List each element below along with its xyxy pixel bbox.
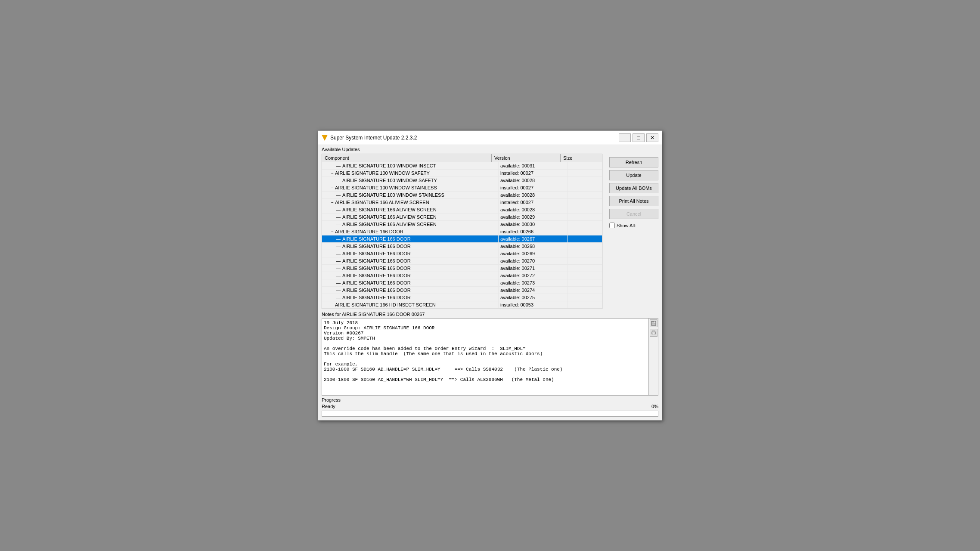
expand-icon[interactable]: −	[330, 229, 335, 234]
progress-bar-container	[322, 411, 658, 417]
table-row[interactable]: —AIRLIE SIGNATURE 166 DOORavailable: 002…	[322, 272, 602, 279]
table-row[interactable]: − AIRLIE SIGNATURE 166 HD INSECT SCREENi…	[322, 301, 602, 309]
cancel-button[interactable]: Cancel	[609, 209, 658, 219]
tree-dash: —	[336, 214, 341, 220]
notes-textarea[interactable]	[322, 319, 648, 395]
title-bar: Super System Internet Update 2.2.3.2 – □…	[318, 131, 662, 145]
table-row[interactable]: —AIRLIE SIGNATURE 166 DOORavailable: 002…	[322, 294, 602, 301]
col-size: Size	[561, 154, 595, 162]
size-cell	[568, 192, 602, 198]
size-cell	[568, 170, 602, 176]
size-cell	[568, 177, 602, 184]
component-name: AIRLIE SIGNATURE 166 DOOR	[342, 266, 411, 271]
component-name: AIRLIE SIGNATURE 166 DOOR	[335, 229, 403, 234]
main-content: Component Version Size − AIRLIE SIGNATUR…	[318, 154, 662, 309]
update-button[interactable]: Update	[609, 170, 658, 180]
component-name: AIRLIE SIGNATURE 100 WINDOW SAFETY	[335, 170, 430, 176]
tree-dash: —	[336, 178, 341, 183]
table-row[interactable]: —AIRLIE SIGNATURE 166 ALIVIEW SCREENavai…	[322, 221, 602, 228]
version-cell: available: 00029	[499, 214, 568, 220]
maximize-button[interactable]: □	[633, 133, 645, 142]
component-name: AIRLIE SIGNATURE 166 DOOR	[342, 244, 411, 249]
version-cell: available: 00273	[499, 279, 568, 286]
tree-dash: —	[336, 222, 341, 227]
table-row[interactable]: —AIRLIE SIGNATURE 166 DOORavailable: 002…	[322, 235, 602, 243]
table-row[interactable]: —AIRLIE SIGNATURE 166 ALIVIEW SCREENavai…	[322, 214, 602, 221]
version-cell: available: 00270	[499, 257, 568, 264]
version-cell: installed: 00027	[499, 199, 568, 206]
size-cell	[568, 287, 602, 294]
title-bar-controls: – □ ✕	[619, 133, 658, 142]
minimize-button[interactable]: –	[619, 133, 631, 142]
progress-label: Progress	[322, 397, 341, 402]
available-updates-label: Available Updates	[318, 145, 662, 154]
tree-dash: —	[336, 280, 341, 285]
left-panel: Component Version Size − AIRLIE SIGNATUR…	[318, 154, 606, 309]
component-name: AIRLIE SIGNATURE 100 WINDOW STAINLESS	[335, 185, 437, 190]
notes-sidebar	[648, 319, 658, 395]
size-cell	[568, 184, 602, 191]
update-all-boms-button[interactable]: Update All BOMs	[609, 183, 658, 193]
table-row[interactable]: —AIRLIE SIGNATURE 166 DOORavailable: 002…	[322, 279, 602, 287]
notes-area-container	[322, 318, 658, 396]
show-all-checkbox[interactable]	[609, 223, 615, 228]
close-button[interactable]: ✕	[646, 133, 658, 142]
tree-dash: —	[336, 163, 341, 168]
version-cell: available: 00269	[499, 250, 568, 257]
version-cell: available: 00274	[499, 287, 568, 294]
expand-icon[interactable]: −	[330, 186, 335, 190]
col-component: Component	[322, 154, 492, 162]
table-row[interactable]: − AIRLIE SIGNATURE 166 ALIVIEW SCREENins…	[322, 199, 602, 206]
expand-icon[interactable]: −	[330, 200, 335, 205]
table-row[interactable]: —AIRLIE SIGNATURE 100 WINDOW INSECTavail…	[322, 162, 602, 170]
size-cell	[568, 250, 602, 257]
version-cell: available: 00271	[499, 265, 568, 272]
show-all-row: Show All:	[609, 223, 658, 228]
size-cell	[568, 257, 602, 264]
notes-save-button[interactable]	[650, 319, 657, 327]
table-row[interactable]: —AIRLIE SIGNATURE 166 DOORavailable: 002…	[322, 243, 602, 250]
table-row[interactable]: —AIRLIE SIGNATURE 100 WINDOW SAFETYavail…	[322, 177, 602, 184]
version-cell: installed: 00027	[499, 170, 568, 176]
expand-icon[interactable]: −	[330, 303, 335, 307]
table-row[interactable]: —AIRLIE SIGNATURE 166 DOORavailable: 002…	[322, 257, 602, 265]
progress-header: Progress	[322, 397, 658, 402]
version-cell: installed: 00053	[499, 301, 568, 308]
notes-section: Notes for AIRLIE SIGNATURE 166 DOOR 0026…	[322, 312, 658, 396]
size-cell	[568, 206, 602, 213]
print-all-notes-button[interactable]: Print All Notes	[609, 196, 658, 206]
version-cell: available: 00028	[499, 206, 568, 213]
table-row[interactable]: —AIRLIE SIGNATURE 166 ALIVIEW SCREENavai…	[322, 206, 602, 214]
right-panel: Refresh Update Update All BOMs Print All…	[606, 154, 662, 309]
refresh-button[interactable]: Refresh	[609, 157, 658, 167]
window-title: Super System Internet Update 2.2.3.2	[330, 135, 616, 141]
notes-label: Notes for AIRLIE SIGNATURE 166 DOOR 0026…	[322, 312, 658, 317]
table-row[interactable]: − AIRLIE SIGNATURE 100 WINDOW STAINLESSi…	[322, 184, 602, 192]
table-row[interactable]: —AIRLIE SIGNATURE 166 DOORavailable: 002…	[322, 265, 602, 272]
progress-status: Ready	[322, 404, 335, 409]
expand-icon[interactable]: −	[330, 171, 335, 176]
tree-dash: —	[336, 288, 341, 293]
component-name: AIRLIE SIGNATURE 166 DOOR	[342, 280, 411, 285]
size-cell	[568, 162, 602, 169]
component-name: AIRLIE SIGNATURE 166 HD INSECT SCREEN	[335, 302, 436, 307]
component-name: AIRLIE SIGNATURE 166 DOOR	[342, 273, 411, 278]
table-body[interactable]: − AIRLIE SIGNATURE 100 WINDOW HD INSECTi…	[322, 162, 602, 309]
notes-print-button[interactable]	[650, 329, 657, 337]
svg-rect-2	[652, 323, 655, 325]
component-name: AIRLIE SIGNATURE 100 WINDOW SAFETY	[342, 178, 437, 183]
size-cell	[568, 294, 602, 301]
table-row[interactable]: − AIRLIE SIGNATURE 100 WINDOW SAFETYinst…	[322, 170, 602, 177]
component-name: AIRLIE SIGNATURE 100 WINDOW INSECT	[342, 163, 436, 168]
table-row[interactable]: − AIRLIE SIGNATURE 166 DOORinstalled: 00…	[322, 228, 602, 235]
table-row[interactable]: —AIRLIE SIGNATURE 100 WINDOW STAINLESSav…	[322, 192, 602, 199]
col-version: Version	[492, 154, 561, 162]
main-window: Super System Internet Update 2.2.3.2 – □…	[318, 130, 662, 421]
version-cell: available: 00275	[499, 294, 568, 301]
table-row[interactable]: —AIRLIE SIGNATURE 166 DOORavailable: 002…	[322, 250, 602, 257]
size-cell	[568, 301, 602, 308]
table-row[interactable]: —AIRLIE SIGNATURE 166 DOORavailable: 002…	[322, 287, 602, 294]
progress-section: Progress Ready 0%	[322, 397, 658, 417]
tree-dash: —	[336, 295, 341, 300]
svg-rect-4	[652, 331, 655, 332]
